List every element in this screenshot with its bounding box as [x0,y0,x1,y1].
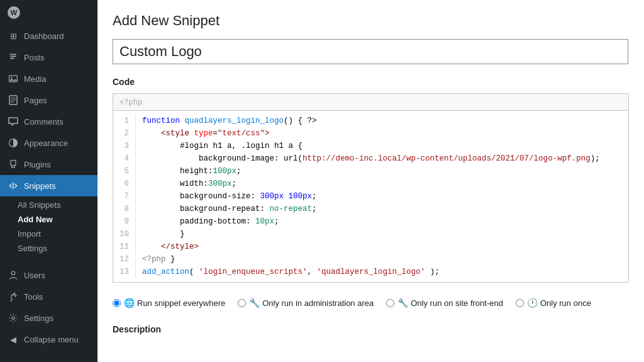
code-lines: function quadlayers_login_logo() { ?> <s… [142,115,628,278]
description-section: Description [113,324,629,334]
code-header: <?php [113,94,628,111]
sidebar-item-pages[interactable]: Pages [0,89,97,111]
svg-point-9 [11,271,15,275]
run-options: 🌐 Run snippet everywhere 🔧 Only run in a… [113,291,629,314]
posts-icon [8,52,19,63]
code-body: 12345 678910 111213 function quadlayers_… [113,111,628,282]
sidebar-item-comments[interactable]: Comments [0,111,97,132]
globe-icon: 🌐 [124,298,135,308]
sidebar-item-snippets[interactable]: Snippets [0,175,97,196]
tools-icon [8,291,19,302]
collapse-icon: ◀ [8,334,19,345]
run-option-frontend[interactable]: 🔧 Only run on site front-end [386,298,503,308]
run-option-admin[interactable]: 🔧 Only run in administration area [238,298,374,308]
code-editor[interactable]: <?php 12345 678910 111213 function quadl… [113,93,629,283]
sidebar-item-dashboard[interactable]: ⊞ Dashboard [0,25,97,47]
snippets-submenu: All Snippets Add New Import Settings [0,196,97,257]
page-title: Add New Snippet [113,13,629,29]
sidebar-sub-all-snippets[interactable]: All Snippets [0,198,97,212]
settings-icon [8,312,19,324]
media-icon [8,73,19,84]
svg-point-10 [12,317,14,319]
sidebar-item-plugins[interactable]: Plugins [0,154,97,175]
snippet-name-input[interactable] [113,39,628,64]
sidebar-item-tools[interactable]: Tools [0,286,97,307]
wrench-icon: 🔧 [249,298,260,308]
run-option-everywhere[interactable]: 🌐 Run snippet everywhere [113,298,225,308]
sidebar: W ⊞ Dashboard Posts Media Pages Comments… [0,0,97,362]
wp-icon: W [8,6,20,19]
svg-rect-0 [9,76,18,82]
sidebar-item-collapse[interactable]: ◀ Collapse menu [0,329,97,350]
run-option-once[interactable]: 🕐 Only run once [516,298,591,308]
sidebar-item-posts[interactable]: Posts [0,47,97,68]
code-section-label: Code [113,77,629,87]
sidebar-sub-settings[interactable]: Settings [0,241,97,256]
appearance-icon [8,137,19,149]
users-icon [8,269,19,281]
sidebar-item-settings[interactable]: Settings [0,307,97,329]
sidebar-sub-add-new[interactable]: Add New [0,212,97,227]
pages-icon [8,94,19,106]
clock-icon: 🕐 [527,298,538,308]
sidebar-sub-import[interactable]: Import [0,227,97,241]
wp-logo: W [0,0,97,25]
sidebar-item-media[interactable]: Media [0,68,97,89]
frontend-icon: 🔧 [397,298,408,308]
sidebar-item-users[interactable]: Users [0,264,97,286]
comments-icon [8,116,19,127]
line-numbers: 12345 678910 111213 [113,115,136,278]
svg-rect-7 [11,161,16,166]
plugins-icon [8,159,19,170]
snippets-icon [8,180,19,191]
dashboard-icon: ⊞ [8,30,19,42]
description-section-label: Description [113,324,629,334]
sidebar-item-appearance[interactable]: Appearance [0,132,97,154]
svg-point-1 [11,77,12,78]
main-content: Add New Snippet Code <?php 12345 678910 … [97,0,644,362]
